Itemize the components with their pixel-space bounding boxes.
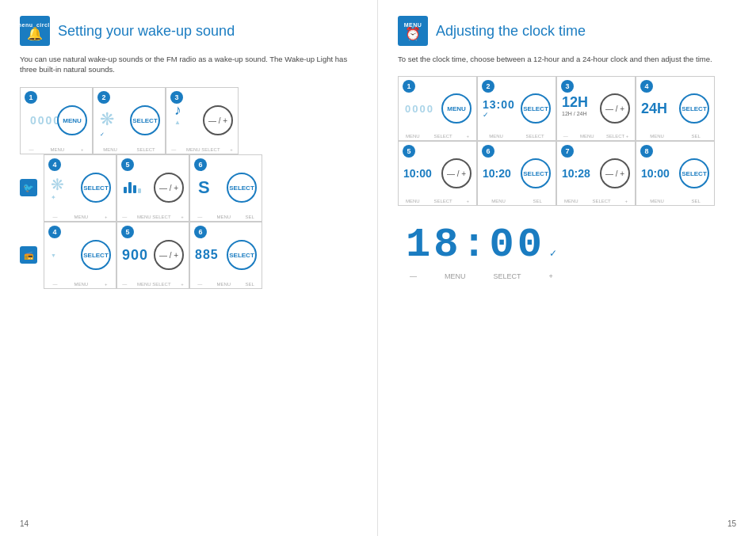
right-step-1-bottom: MENUSELECT+	[399, 134, 476, 139]
right-step-3-circle: — / +	[600, 93, 630, 124]
right-step-7-digits: 10:28	[562, 167, 590, 180]
right-step-8-bottom: MENUSEL	[636, 199, 714, 203]
right-step-4: 4 24H SELECT MENUSEL	[636, 76, 715, 141]
right-menu-icon-box: MENU ⏰	[398, 16, 428, 46]
left-steps-row3: 4 ▼ SELECT —MENU+ 5	[44, 222, 262, 289]
step-1-bottom: —MENU+	[21, 147, 92, 152]
left-steps-row1-container: 1 0000 MENU —MENU+ 2	[20, 87, 357, 289]
right-step-6-bottom: MENUSEL	[478, 199, 556, 203]
large-display-check: ✓	[549, 248, 557, 259]
step-number-6a: 6	[194, 158, 207, 171]
step-4b-circle: SELECT	[81, 240, 111, 270]
left-step-3: 3 ♪ ▲ — / + —MENU SELECT+	[166, 87, 239, 154]
right-section-title: Adjusting the clock time	[436, 23, 586, 40]
step-6a-circle: SELECT	[227, 173, 257, 203]
right-step-3-bottom: —MENUSELECT +	[557, 134, 635, 139]
step-6b-circle: SELECT	[227, 240, 257, 270]
step-3-bottom: —MENU SELECT+	[166, 147, 238, 152]
bird-icon-container: 🐦	[20, 154, 41, 222]
large-display-digits: 18:00	[406, 222, 545, 268]
step-number-2: 2	[97, 91, 110, 104]
left-step-5a: 5 — / +	[116, 154, 189, 222]
radio-row-icon: 📻	[20, 246, 37, 264]
left-step-4b: 4 ▼ SELECT —MENU+	[44, 222, 116, 289]
right-step-6: 6 10:20 SELECT MENUSEL	[477, 141, 556, 206]
left-steps-row1: 1 0000 MENU —MENU+ 2	[20, 87, 357, 154]
right-step-4-circle: SELECT	[679, 93, 709, 124]
right-step-1-digits: 0000	[405, 103, 434, 115]
left-step-6a: 6 S SELECT —MENUSEL	[189, 154, 262, 222]
right-step-5-digits: 10:00	[403, 167, 432, 180]
step-number-6b: 6	[194, 226, 207, 238]
right-step-7-circle: — / +	[600, 158, 630, 188]
step-2-bottom: MENUSELECT	[94, 147, 165, 152]
right-page-number: 15	[727, 519, 736, 528]
left-section-desc: You can use natural wake-up sounds or th…	[20, 54, 357, 75]
right-step-6-circle: SELECT	[521, 158, 551, 188]
step-5a-bottom: —MENU SELECT+	[117, 215, 189, 219]
step-4b-icon: ▼	[51, 253, 56, 258]
large-display-container: 18:00 ✓ — MENU SELECT +	[398, 222, 736, 280]
right-step-2-circle: SELECT	[521, 93, 551, 124]
step-number-3: 3	[170, 91, 183, 104]
step-6b-digits: 885	[195, 248, 219, 262]
step-5b-bottom: —MENU SELECT+	[117, 282, 189, 287]
step-5b-digits: 900	[122, 247, 148, 264]
right-step-4-digits: 24H	[641, 101, 667, 117]
right-steps-row1: 1 0000 MENU MENUSELECT+ 2 13:00 ✓	[398, 76, 736, 141]
right-step-1-circle: MENU	[441, 93, 472, 124]
right-step-5-bottom: MENUSELECT+	[399, 199, 476, 203]
step-6a-digit: S	[198, 177, 210, 198]
right-step-2-bottom: MENUSELECT	[478, 134, 556, 139]
step-number-1: 1	[25, 91, 37, 104]
right-section-desc: To set the clock time, choose between a …	[398, 54, 736, 64]
large-display: 18:00 ✓	[406, 222, 736, 268]
right-step-3: 3 12H 12H / 24H — / + —MENUSELECT +	[556, 76, 636, 141]
page: menu_circle 🔔 Setting your wake-up sound…	[0, 0, 756, 536]
right-step-5: 5 10:00 — / + MENUSELECT+	[398, 141, 477, 206]
right-steps-row2: 5 10:00 — / + MENUSELECT+ 6 10:20	[398, 141, 736, 206]
step-4a-bottom: —MENU+	[44, 215, 116, 219]
left-steps-row2-container: 🐦 4 ❋ ✦ SELECT —ME	[20, 154, 357, 222]
step-2-circle: SELECT	[130, 105, 160, 135]
left-step-6b: 6 885 SELECT —MENUSEL	[189, 222, 262, 289]
left-section-header: menu_circle 🔔 Setting your wake-up sound	[20, 16, 357, 46]
step-6b-bottom: —MENUSEL	[190, 282, 262, 287]
right-section-header: MENU ⏰ Adjusting the clock time	[398, 16, 736, 46]
right-step-8-digits: 10:00	[641, 167, 670, 180]
right-step-4-bottom: MENUSEL	[636, 134, 714, 139]
step-5a-circle: — / +	[154, 173, 184, 203]
step-number-4b: 4	[48, 226, 61, 238]
step-4a-icon: ❋	[51, 175, 64, 194]
left-page: menu_circle 🔔 Setting your wake-up sound…	[0, 0, 378, 536]
left-section-icon: 🔔	[27, 28, 43, 40]
left-step-2: 2 ❋ ✓ SELECT MENUSELECT	[93, 87, 166, 154]
right-step-2-digits: 13:00	[483, 98, 515, 111]
step-1-circle: MENU	[57, 105, 87, 135]
step-4b-bottom: —MENU+	[44, 282, 116, 287]
step-5a-bars	[124, 182, 141, 193]
left-page-number: 14	[20, 519, 29, 528]
left-step-5b: 5 900 — / + —MENU SELECT+	[116, 222, 189, 289]
right-step-8: 8 10:00 SELECT MENUSEL	[636, 141, 715, 206]
right-page: MENU ⏰ Adjusting the clock time To set t…	[378, 0, 756, 536]
large-display-labels: — MENU SELECT +	[406, 272, 736, 280]
step-4a-circle: SELECT	[81, 173, 111, 203]
step-5b-circle: — / +	[154, 240, 184, 270]
right-step-7-bottom: MENUSELECT+	[557, 199, 635, 203]
left-steps-row3-container: 📻 4 ▼ SELECT —MENU+	[20, 222, 357, 289]
right-step-2: 2 13:00 ✓ SELECT MENUSELECT	[477, 76, 556, 141]
step-number-5a: 5	[121, 158, 134, 171]
right-step-8-circle: SELECT	[679, 158, 709, 188]
right-step-6-digits: 10:20	[483, 167, 511, 180]
right-step-1: 1 0000 MENU MENUSELECT+	[398, 76, 477, 141]
left-step-4a: 4 ❋ ✦ SELECT —MENU+	[44, 154, 116, 222]
radio-icon-container: 📻	[20, 222, 41, 289]
step-3-circle: — / +	[203, 105, 233, 135]
step-6a-bottom: —MENUSEL	[190, 215, 262, 219]
bird-row-icon: 🐦	[20, 179, 37, 196]
right-step-5-circle: — / +	[441, 158, 472, 188]
left-section-title: Setting your wake-up sound	[58, 23, 235, 40]
right-section-icon: ⏰	[405, 28, 421, 40]
step-number-4a: 4	[48, 158, 61, 171]
